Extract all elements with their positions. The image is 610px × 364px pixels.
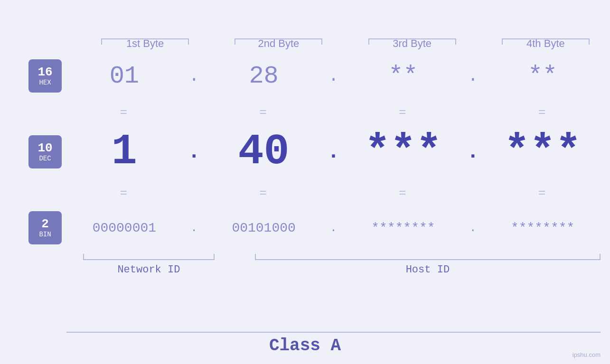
network-bracket-container <box>66 254 231 260</box>
network-bracket <box>83 254 215 260</box>
bottom-brackets <box>24 254 601 260</box>
bin-badge: 2 BIN <box>24 211 66 244</box>
equals-row-1: = = = = <box>24 100 601 123</box>
page: 1st Byte 2nd Byte 3rd Byte 4th Byte <box>0 0 610 364</box>
host-bracket <box>255 254 601 260</box>
eq-2-2: = <box>206 185 322 200</box>
hex-values: 01 . 28 . ** . ** <box>66 62 601 90</box>
host-bracket-container <box>255 254 601 260</box>
dec-dot-2: . <box>322 140 346 164</box>
segment-labels: Network ID Host ID <box>24 264 601 276</box>
eq-1-1: = <box>66 104 182 119</box>
bracket-byte-3 <box>357 38 467 45</box>
bin-dot-3: . <box>461 222 485 234</box>
hex-badge: 16 HEX <box>24 59 66 93</box>
bracket-byte-2 <box>224 38 333 45</box>
dec-badge: 10 DEC <box>24 135 66 168</box>
eq-2-4: = <box>485 185 601 200</box>
bin-dot-2: . <box>322 222 346 234</box>
dec-val-2: 40 <box>206 128 322 176</box>
dec-val-3: *** <box>346 128 461 176</box>
grid-area: 16 HEX 01 . 28 . ** . ** <box>24 47 601 299</box>
bin-values: 00000001 . 00101000 . ******** . *******… <box>66 221 601 235</box>
hex-dot-1: . <box>182 66 206 86</box>
bin-val-4: ******** <box>485 221 601 235</box>
dec-val-1: 1 <box>66 128 182 176</box>
eq-2-1: = <box>66 185 182 200</box>
hex-val-1: 01 <box>66 62 182 90</box>
eq-1-2: = <box>206 104 322 119</box>
class-label-area: Class A <box>0 336 610 355</box>
equals-row-2: = = = = <box>24 180 601 204</box>
eq-2-3: = <box>346 185 461 200</box>
watermark: ipshu.com <box>572 351 601 359</box>
dec-row: 10 DEC 1 . 40 . *** . *** <box>24 123 601 180</box>
hex-val-4: ** <box>485 62 601 90</box>
bin-val-2: 00101000 <box>206 221 322 235</box>
dec-values: 1 . 40 . *** . *** <box>66 128 601 176</box>
bin-dot-1: . <box>182 222 206 234</box>
eq-1-3: = <box>346 104 461 119</box>
bin-row: 2 BIN 00000001 . 00101000 . ******** . * <box>24 204 601 252</box>
hex-dot-3: . <box>461 66 485 86</box>
hex-val-3: ** <box>346 62 461 90</box>
bin-val-1: 00000001 <box>66 221 182 235</box>
hex-val-2: 28 <box>206 62 322 90</box>
top-brackets <box>66 36 601 47</box>
dec-val-4: *** <box>485 128 601 176</box>
bracket-byte-1 <box>90 38 200 45</box>
dec-dot-3: . <box>461 140 485 164</box>
network-id-label: Network ID <box>66 264 231 276</box>
host-id-label: Host ID <box>255 264 601 276</box>
hex-row: 16 HEX 01 . 28 . ** . ** <box>24 52 601 100</box>
dec-dot-1: . <box>182 140 206 164</box>
eq-1-4: = <box>485 104 601 119</box>
hex-dot-2: . <box>322 66 346 86</box>
bin-val-3: ******** <box>346 221 461 235</box>
bracket-byte-4 <box>491 38 601 45</box>
